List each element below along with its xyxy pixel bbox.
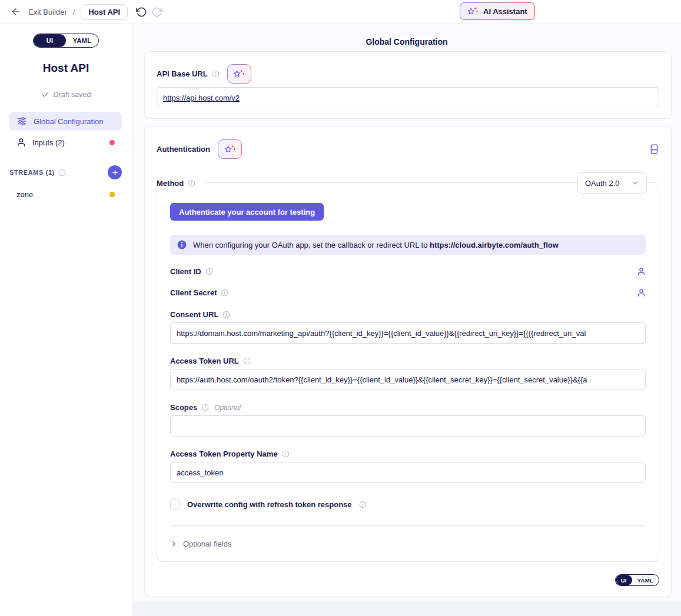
sparkle-star-icon [467, 6, 479, 17]
api-base-url-label: API Base URL [157, 69, 208, 78]
connector-name: Host API [88, 8, 120, 16]
info-filled-icon [177, 240, 187, 249]
undo-icon[interactable] [136, 6, 147, 18]
check-icon [41, 91, 49, 99]
docs-book-icon[interactable] [649, 144, 659, 155]
user-input-icon[interactable] [637, 267, 646, 276]
add-stream-button[interactable] [108, 165, 122, 179]
client-secret-row: Client Secret [170, 288, 646, 297]
ai-assistant-button[interactable]: AI Assistant [460, 2, 535, 20]
sidebar-item-inputs[interactable]: Inputs (2) [9, 133, 122, 152]
method-select[interactable]: OAuth 2.0 [577, 172, 647, 194]
client-secret-label: Client Secret [170, 288, 217, 297]
card-ui-yaml-toggle: UI YAML [615, 574, 659, 586]
info-icon[interactable] [359, 501, 367, 508]
sidebar-item-label: Global Configuration [34, 117, 104, 126]
info-icon[interactable] [243, 357, 251, 365]
user-icon [16, 138, 26, 147]
callback-url: https://cloud.airbyte.com/auth_flow [430, 241, 559, 249]
client-id-row: Client ID [170, 267, 646, 276]
overwrite-config-checkbox[interactable] [170, 500, 180, 510]
toggle-ui[interactable]: UI [34, 34, 66, 47]
info-icon[interactable] [188, 179, 195, 187]
consent-url-field: Consent URL [170, 310, 646, 344]
connector-name-pill[interactable]: Host API [81, 4, 128, 20]
user-input-icon[interactable] [637, 288, 646, 297]
info-icon[interactable] [201, 404, 209, 411]
chevron-right-icon [170, 540, 178, 548]
exit-builder-link[interactable]: Exit Builder [28, 8, 67, 16]
access-token-property-name-input[interactable] [170, 462, 646, 483]
info-icon[interactable] [282, 450, 290, 458]
sidebar: UI YAML Host API Draft saved Global Conf… [0, 24, 132, 616]
page-title: Global Configuration [132, 37, 681, 46]
api-base-url-input[interactable] [157, 87, 659, 108]
oauth-group: Method OAuth 2.0 Authenticate your accou… [157, 182, 659, 562]
toggle-yaml[interactable]: YAML [632, 575, 659, 585]
scopes-input[interactable] [170, 415, 646, 437]
chevron-down-icon [631, 179, 639, 187]
client-id-label: Client ID [170, 267, 201, 276]
inputs-status-badge [109, 140, 115, 145]
consent-url-label: Consent URL [170, 310, 218, 319]
sidebar-item-stream-zone[interactable]: zone [9, 187, 122, 202]
redo-icon[interactable] [151, 6, 162, 18]
consent-url-input[interactable] [170, 322, 646, 344]
optional-fields-toggle[interactable]: Optional fields [170, 525, 646, 548]
ai-suggest-button[interactable] [218, 139, 242, 159]
method-selected-value: OAuth 2.0 [585, 179, 620, 188]
streams-header: STREAMS (1) [9, 169, 55, 176]
authentication-card: Authentication Method [144, 126, 672, 597]
plus-icon [111, 169, 119, 177]
save-status-label: Draft saved [54, 91, 91, 99]
overwrite-config-label: Overwrite config with refresh token resp… [187, 500, 352, 509]
streams-header-row: STREAMS (1) [9, 165, 122, 180]
sidebar-ui-yaml-toggle: UI YAML [33, 34, 99, 48]
stream-label: zone [16, 190, 33, 199]
topbar: Exit Builder / Host API AI Assistant [0, 0, 681, 24]
info-icon[interactable] [222, 311, 230, 318]
sparkle-star-icon [224, 144, 236, 155]
toggle-yaml[interactable]: YAML [66, 34, 98, 47]
authentication-label: Authentication [157, 145, 210, 154]
sidebar-connector-title: Host API [0, 62, 132, 75]
access-token-property-name-field: Access Token Property Name [170, 449, 646, 483]
sparkle-star-icon [233, 68, 245, 80]
access-token-url-label: Access Token URL [170, 357, 239, 365]
toggle-ui[interactable]: UI [616, 575, 632, 585]
access-token-url-input[interactable] [170, 369, 646, 390]
sidebar-item-label: Inputs (2) [32, 138, 65, 147]
sliders-icon [16, 116, 27, 126]
breadcrumb-separator: / [73, 8, 75, 16]
scopes-field: Scopes Optional [170, 403, 646, 437]
info-icon[interactable] [221, 289, 228, 297]
back-icon[interactable] [11, 6, 21, 17]
bottom-strip [132, 601, 681, 616]
save-status: Draft saved [0, 91, 132, 99]
main-panel: Global Configuration API Base URL Authen… [132, 24, 681, 616]
ai-suggest-button[interactable] [227, 64, 251, 84]
info-icon[interactable] [212, 70, 220, 78]
access-token-property-name-label: Access Token Property Name [170, 449, 278, 458]
method-label: Method [157, 179, 184, 188]
banner-text: When configuring your OAuth app, set the… [193, 241, 559, 249]
info-icon[interactable] [58, 169, 66, 177]
optional-tag: Optional [214, 404, 241, 412]
sidebar-item-global-configuration[interactable]: Global Configuration [9, 112, 122, 131]
overwrite-config-row: Overwrite config with refresh token resp… [170, 500, 646, 510]
scopes-label: Scopes [170, 403, 197, 412]
stream-status-badge [109, 192, 115, 197]
api-base-url-card: API Base URL [144, 51, 672, 119]
info-icon[interactable] [205, 268, 213, 275]
oauth-callback-banner: When configuring your OAuth app, set the… [170, 235, 646, 255]
access-token-url-field: Access Token URL [170, 357, 646, 390]
ai-assistant-label: AI Assistant [483, 7, 527, 16]
authenticate-button[interactable]: Authenticate your account for testing [170, 203, 324, 221]
optional-fields-label: Optional fields [183, 540, 231, 548]
